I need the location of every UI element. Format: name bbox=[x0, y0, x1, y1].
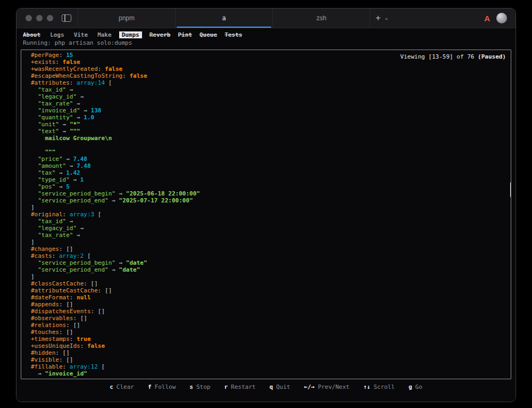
dump-line: "legacy_id" ⇒ bbox=[31, 225, 511, 232]
hotkey-key: q bbox=[269, 383, 273, 390]
paused-badge: (Paused) bbox=[478, 53, 506, 60]
dump-line: ] bbox=[31, 273, 511, 280]
hotkey-label: Restart bbox=[231, 383, 255, 390]
dump-line: +timestamps: true bbox=[31, 336, 511, 342]
hotkey-label: Clear bbox=[117, 383, 134, 390]
solo-tab-dumps[interactable]: Dumps bbox=[119, 31, 142, 38]
dump-line: "service_period_begin" ⇒ "2025-06-18 22:… bbox=[31, 190, 511, 197]
dump-line: mailcow Groupware\n bbox=[31, 135, 511, 142]
app-badge-icon: A bbox=[484, 14, 490, 23]
dump-line: #classCastCache: [] bbox=[31, 280, 511, 287]
viewer-status: Viewing [13-59] of 76 (Paused) bbox=[370, 50, 508, 68]
dump-line: """ bbox=[31, 149, 511, 156]
dump-line: #dateFormat: null bbox=[31, 294, 511, 301]
dump-line: "tax_id" ⇒ bbox=[31, 86, 511, 93]
dump-line: "tax_id" ⇒ bbox=[31, 218, 511, 225]
close-button[interactable] bbox=[26, 15, 32, 21]
dump-line: "invoice_id" ⇒ 138 bbox=[31, 107, 511, 114]
hotkey-prev-next[interactable]: ←/→Prev/Next bbox=[304, 383, 350, 390]
dump-line: "tax_rate" ⇒ bbox=[31, 232, 511, 239]
dump-line: #dispatchesEvents: [] bbox=[31, 308, 511, 315]
hotkey-follow[interactable]: fFollow bbox=[148, 383, 176, 390]
solo-tab-about[interactable]: About bbox=[23, 31, 40, 38]
titlebar-right: A bbox=[484, 9, 516, 28]
dump-line: #changes: [] bbox=[31, 246, 511, 252]
hotkey-label: Scroll bbox=[373, 383, 395, 390]
scrollbar-thumb[interactable] bbox=[510, 182, 511, 197]
solo-tabs: AboutLogsViteMakeDumpsReverbPintQueueTes… bbox=[23, 31, 511, 39]
terminal-window: pnpmazsh + ⌄ A AboutLogsViteMakeDumpsRev… bbox=[16, 8, 516, 402]
window-controls bbox=[16, 9, 61, 28]
solo-tab-reverb[interactable]: Reverb bbox=[149, 31, 171, 38]
terminal-tabs: pnpmazsh bbox=[78, 9, 370, 28]
titlebar: pnpmazsh + ⌄ A bbox=[16, 9, 516, 28]
dump-line: #visible: [] bbox=[31, 356, 511, 363]
dump-line: #observables: [] bbox=[31, 315, 511, 322]
hotkey-quit[interactable]: qQuit bbox=[269, 383, 290, 390]
dump-output: #perPage: 15+exists: false+wasRecentlyCr… bbox=[31, 52, 511, 377]
dump-line: "type_id" ⇒ 1 bbox=[31, 176, 511, 183]
sidebar-icon bbox=[62, 14, 71, 22]
sidebar-toggle-button[interactable] bbox=[61, 9, 78, 28]
dump-line: #fillable: array:12 [ bbox=[31, 363, 511, 370]
dump-line: "text" ⇒ """ bbox=[31, 128, 511, 135]
solo-tab-tests[interactable]: Tests bbox=[225, 31, 242, 38]
dump-line: ] bbox=[31, 239, 511, 246]
hotkey-label: Prev/Next bbox=[318, 383, 350, 390]
dump-line: #original: array:3 [ bbox=[31, 211, 511, 218]
tab-actions: + ⌄ bbox=[370, 9, 394, 28]
solo-app: AboutLogsViteMakeDumpsReverbPintQueueTes… bbox=[16, 28, 516, 402]
solo-tab-logs[interactable]: Logs bbox=[50, 31, 64, 39]
hotkey-label: Follow bbox=[155, 383, 176, 390]
viewing-range-label: Viewing [13-59] of 76 bbox=[400, 53, 478, 60]
hotkey-key: ←/→ bbox=[304, 383, 315, 390]
hotkey-clear[interactable]: cClear bbox=[110, 383, 134, 390]
solo-tab-pint[interactable]: Pint bbox=[178, 31, 193, 38]
hotkey-key: r bbox=[224, 383, 228, 390]
terminal-tab-pnpm[interactable]: pnpm bbox=[78, 9, 175, 28]
titlebar-spacer bbox=[394, 9, 484, 28]
dump-line: #appends: [] bbox=[31, 301, 511, 308]
avatar[interactable] bbox=[496, 13, 507, 23]
dump-line: "legacy_id" ⇒ bbox=[31, 93, 511, 100]
zoom-button[interactable] bbox=[47, 15, 53, 21]
solo-tab-vite[interactable]: Vite bbox=[74, 31, 88, 39]
running-status: Running: php artisan solo:dumps bbox=[23, 39, 511, 47]
dump-line: #touches: [] bbox=[31, 329, 511, 336]
terminal-tab-a[interactable]: a bbox=[175, 9, 272, 28]
chevron-down-icon[interactable]: ⌄ bbox=[384, 15, 388, 21]
hotkey-label: Go bbox=[415, 383, 422, 390]
dump-viewer: Viewing [13-59] of 76 (Paused) #perPage:… bbox=[21, 50, 511, 379]
hotkey-scroll[interactable]: ↑↓Scroll bbox=[363, 383, 395, 390]
dump-line: #escapeWhenCastingToString: false bbox=[31, 72, 511, 79]
dump-line: "amount" ⇒ 7.48 bbox=[31, 162, 511, 169]
hotkey-bar: cClearfFollowsStoprRestartqQuit←/→Prev/N… bbox=[21, 379, 511, 390]
solo-tab-queue[interactable]: Queue bbox=[200, 31, 217, 38]
hotkey-key: g bbox=[409, 383, 412, 390]
minimize-button[interactable] bbox=[36, 15, 43, 21]
dump-line: "pos" ⇒ 5 bbox=[31, 183, 511, 190]
hotkey-key: ↑↓ bbox=[363, 383, 370, 390]
dump-line: #relations: [] bbox=[31, 322, 511, 329]
dump-line: #attributeCastCache: [] bbox=[31, 287, 511, 294]
dump-line: +usesUniqueIds: false bbox=[31, 342, 511, 349]
dump-line: "quantity" ⇒ 1.0 bbox=[31, 114, 511, 121]
dump-line: #attributes: array:14 [ bbox=[31, 79, 511, 86]
dump-line: "tax" ⇒ 1.42 bbox=[31, 169, 511, 176]
hotkey-restart[interactable]: rRestart bbox=[224, 383, 255, 390]
terminal-tab-zsh[interactable]: zsh bbox=[272, 9, 370, 28]
dump-line: "service_period_begin" ⇒ "date" bbox=[31, 259, 511, 266]
dump-line: "tax_rate" ⇒ bbox=[31, 100, 511, 107]
dump-line: "service_period_end" ⇒ "2025-07-17 22:00… bbox=[31, 197, 511, 204]
hotkey-go[interactable]: gGo bbox=[409, 383, 422, 390]
dump-line: #hidden: [] bbox=[31, 349, 511, 356]
hotkey-key: c bbox=[110, 383, 113, 390]
dump-line: ] bbox=[31, 204, 511, 211]
dump-line: "price" ⇒ 7.48 bbox=[31, 156, 511, 162]
dump-line: ⇒ "invoice_id" bbox=[31, 370, 511, 377]
dump-line: "service_period_end" ⇒ "date" bbox=[31, 266, 511, 273]
new-tab-button[interactable]: + bbox=[376, 14, 380, 22]
solo-tab-make[interactable]: Make bbox=[97, 31, 112, 39]
hotkey-stop[interactable]: sStop bbox=[189, 383, 210, 390]
dump-line bbox=[31, 142, 511, 149]
